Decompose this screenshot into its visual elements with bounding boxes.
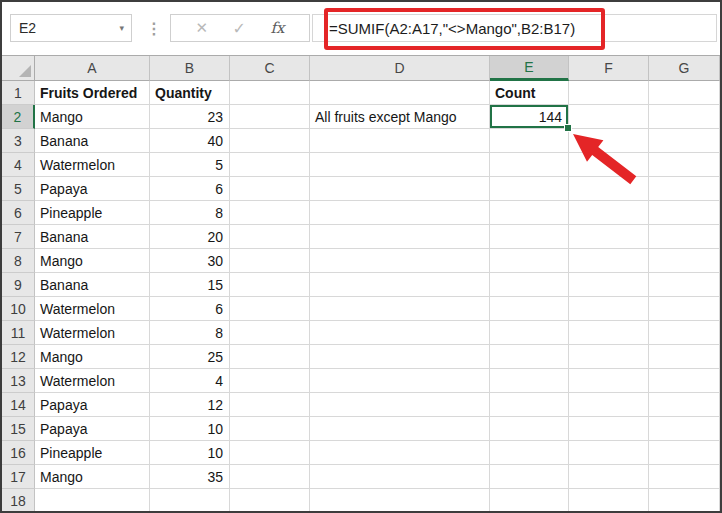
cell-E15[interactable] xyxy=(490,417,569,441)
cell-E16[interactable] xyxy=(490,441,569,465)
cell-F7[interactable] xyxy=(569,225,649,249)
row-header-16[interactable]: 16 xyxy=(2,441,35,465)
cell-B3[interactable]: 40 xyxy=(150,129,230,153)
row-header-8[interactable]: 8 xyxy=(2,249,35,273)
cell-B18[interactable] xyxy=(150,489,230,513)
cell-A10[interactable]: Watermelon xyxy=(35,297,150,321)
cell-C9[interactable] xyxy=(230,273,310,297)
cell-C11[interactable] xyxy=(230,321,310,345)
cell-C16[interactable] xyxy=(230,441,310,465)
cell-E9[interactable] xyxy=(490,273,569,297)
cell-C13[interactable] xyxy=(230,369,310,393)
cell-D7[interactable] xyxy=(310,225,490,249)
row-header-14[interactable]: 14 xyxy=(2,393,35,417)
cell-B6[interactable]: 8 xyxy=(150,201,230,225)
row-header-12[interactable]: 12 xyxy=(2,345,35,369)
cell-D8[interactable] xyxy=(310,249,490,273)
cell-G9[interactable] xyxy=(649,273,720,297)
cell-F14[interactable] xyxy=(569,393,649,417)
column-header-B[interactable]: B xyxy=(150,56,230,81)
cell-F16[interactable] xyxy=(569,441,649,465)
row-header-1[interactable]: 1 xyxy=(2,81,35,105)
cell-A3[interactable]: Banana xyxy=(35,129,150,153)
cell-G7[interactable] xyxy=(649,225,720,249)
cell-E14[interactable] xyxy=(490,393,569,417)
cell-D6[interactable] xyxy=(310,201,490,225)
cell-A5[interactable]: Papaya xyxy=(35,177,150,201)
cell-A9[interactable]: Banana xyxy=(35,273,150,297)
cell-F6[interactable] xyxy=(569,201,649,225)
row-header-11[interactable]: 11 xyxy=(2,321,35,345)
cell-D1[interactable] xyxy=(310,81,490,105)
cell-C17[interactable] xyxy=(230,465,310,489)
cancel-icon[interactable]: ✕ xyxy=(196,19,209,37)
cell-C14[interactable] xyxy=(230,393,310,417)
cell-B9[interactable]: 15 xyxy=(150,273,230,297)
cell-G14[interactable] xyxy=(649,393,720,417)
cell-C1[interactable] xyxy=(230,81,310,105)
row-header-10[interactable]: 10 xyxy=(2,297,35,321)
cell-B8[interactable]: 30 xyxy=(150,249,230,273)
cell-A1[interactable]: Fruits Ordered xyxy=(35,81,150,105)
cell-D5[interactable] xyxy=(310,177,490,201)
cell-C8[interactable] xyxy=(230,249,310,273)
cell-A7[interactable]: Banana xyxy=(35,225,150,249)
cell-G11[interactable] xyxy=(649,321,720,345)
cell-C6[interactable] xyxy=(230,201,310,225)
row-header-2[interactable]: 2 xyxy=(2,105,35,129)
row-header-9[interactable]: 9 xyxy=(2,273,35,297)
cell-G16[interactable] xyxy=(649,441,720,465)
cell-G17[interactable] xyxy=(649,465,720,489)
row-header-6[interactable]: 6 xyxy=(2,201,35,225)
cell-G10[interactable] xyxy=(649,297,720,321)
cell-E1[interactable]: Count xyxy=(490,81,569,105)
cell-C10[interactable] xyxy=(230,297,310,321)
cell-B12[interactable]: 25 xyxy=(150,345,230,369)
cell-C3[interactable] xyxy=(230,129,310,153)
row-header-13[interactable]: 13 xyxy=(2,369,35,393)
enter-icon[interactable]: ✓ xyxy=(233,19,246,38)
cell-F3[interactable] xyxy=(569,129,649,153)
cell-E7[interactable] xyxy=(490,225,569,249)
row-header-15[interactable]: 15 xyxy=(2,417,35,441)
cell-G6[interactable] xyxy=(649,201,720,225)
cell-A2[interactable]: Mango xyxy=(35,105,150,129)
cell-B11[interactable]: 8 xyxy=(150,321,230,345)
cell-F5[interactable] xyxy=(569,177,649,201)
cell-B14[interactable]: 12 xyxy=(150,393,230,417)
cell-B10[interactable]: 6 xyxy=(150,297,230,321)
cell-G18[interactable] xyxy=(649,489,720,513)
cell-C2[interactable] xyxy=(230,105,310,129)
cell-D16[interactable] xyxy=(310,441,490,465)
cell-E12[interactable] xyxy=(490,345,569,369)
cell-A16[interactable]: Pineapple xyxy=(35,441,150,465)
cell-G13[interactable] xyxy=(649,369,720,393)
cell-D12[interactable] xyxy=(310,345,490,369)
column-header-G[interactable]: G xyxy=(649,56,720,81)
cell-E4[interactable] xyxy=(490,153,569,177)
cell-F2[interactable] xyxy=(569,105,649,129)
cell-A13[interactable]: Watermelon xyxy=(35,369,150,393)
cell-B16[interactable]: 10 xyxy=(150,441,230,465)
cell-A8[interactable]: Mango xyxy=(35,249,150,273)
cell-E5[interactable] xyxy=(490,177,569,201)
cell-F18[interactable] xyxy=(569,489,649,513)
cell-D3[interactable] xyxy=(310,129,490,153)
cell-A4[interactable]: Watermelon xyxy=(35,153,150,177)
column-header-D[interactable]: D xyxy=(310,56,490,81)
cell-E13[interactable] xyxy=(490,369,569,393)
cell-C12[interactable] xyxy=(230,345,310,369)
cell-E10[interactable] xyxy=(490,297,569,321)
cell-D9[interactable] xyxy=(310,273,490,297)
formula-input[interactable]: =SUMIF(A2:A17,"<>Mango",B2:B17) xyxy=(312,14,717,42)
cell-G2[interactable] xyxy=(649,105,720,129)
cell-A18[interactable] xyxy=(35,489,150,513)
cell-E17[interactable] xyxy=(490,465,569,489)
cell-F17[interactable] xyxy=(569,465,649,489)
cell-D17[interactable] xyxy=(310,465,490,489)
cell-B17[interactable]: 35 xyxy=(150,465,230,489)
cell-B4[interactable]: 5 xyxy=(150,153,230,177)
cell-D18[interactable] xyxy=(310,489,490,513)
name-box[interactable]: E2 ▾ xyxy=(10,14,132,42)
cell-B7[interactable]: 20 xyxy=(150,225,230,249)
